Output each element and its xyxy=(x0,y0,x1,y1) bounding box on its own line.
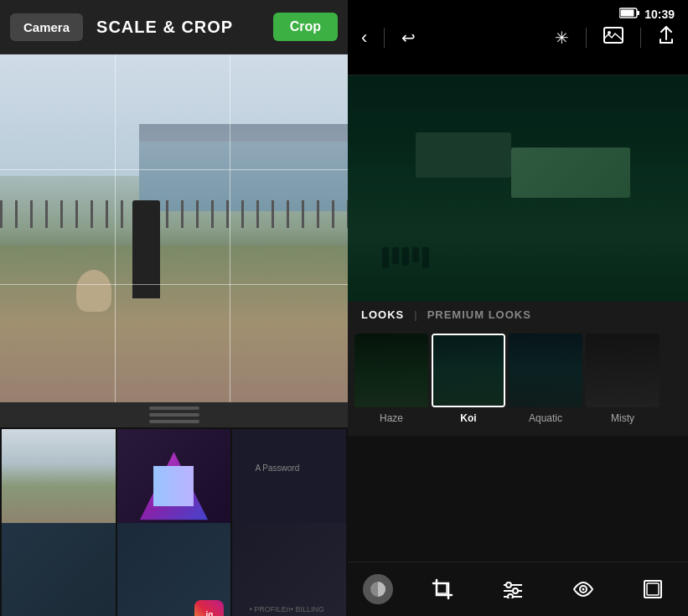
looks-bar: LOOKS | PREMIUM LOOKS xyxy=(348,302,688,327)
main-photo-bg xyxy=(348,75,688,302)
thumbnails-grid: ig xyxy=(0,427,348,616)
crop-image-bg xyxy=(0,54,348,402)
right-panel: ‹ ↩ ✳ 1 xyxy=(348,0,688,616)
filters-row: Haze Koi Aquatic Misty xyxy=(348,327,688,436)
image-icon[interactable] xyxy=(603,27,623,49)
camera-button[interactable]: Camera xyxy=(10,13,83,41)
thumb-scene-6 xyxy=(232,523,346,617)
looks-divider: | xyxy=(414,308,416,321)
frame-icon[interactable] xyxy=(633,569,673,609)
list-item[interactable]: ig xyxy=(117,523,231,617)
left-panel: Camera SCALE & CROP Crop xyxy=(0,0,348,616)
main-photo-area[interactable] xyxy=(348,75,688,302)
instagram-logo: ig xyxy=(194,600,224,616)
teal-overlay xyxy=(348,75,688,302)
tab-looks[interactable]: LOOKS xyxy=(361,308,404,321)
undo-icon[interactable]: ↩ xyxy=(401,28,416,48)
svg-point-14 xyxy=(582,588,584,591)
filter-label-haze: Haze xyxy=(380,412,403,424)
svg-rect-16 xyxy=(647,583,659,595)
tab-premium-looks[interactable]: PREMIUM LOOKS xyxy=(427,308,531,321)
photo-ground xyxy=(0,246,348,402)
filter-label-misty: Misty xyxy=(611,412,634,424)
share-icon[interactable] xyxy=(658,26,675,49)
status-bar: 10:39 xyxy=(619,7,675,22)
filter-label-aquatic: Aquatic xyxy=(529,412,562,424)
crop-button[interactable]: Crop xyxy=(273,13,338,41)
svg-point-11 xyxy=(513,588,518,593)
header-divider-2 xyxy=(586,28,587,48)
thumb-scene-5: ig xyxy=(117,523,231,617)
filter-thumb-misty xyxy=(586,334,660,407)
back-icon[interactable]: ‹ xyxy=(361,27,367,49)
svg-point-10 xyxy=(506,582,511,588)
svg-rect-6 xyxy=(437,583,447,593)
filter-item-koi[interactable]: Koi xyxy=(432,334,505,429)
list-item[interactable] xyxy=(232,523,346,617)
time-display: 10:39 xyxy=(644,8,675,21)
drag-handle[interactable] xyxy=(0,402,348,427)
drag-handle-lines xyxy=(149,413,199,417)
crop-image-area[interactable] xyxy=(0,54,348,402)
page-title: SCALE & CROP xyxy=(96,18,260,37)
right-header: ‹ ↩ ✳ 1 xyxy=(348,0,688,75)
svg-rect-3 xyxy=(621,10,634,17)
filter-thumb-haze xyxy=(354,334,428,407)
filter-thumb-aquatic xyxy=(509,334,582,407)
crop-tool-icon[interactable] xyxy=(422,569,463,609)
photo-person xyxy=(132,200,160,298)
svg-rect-4 xyxy=(637,11,639,15)
svg-point-12 xyxy=(508,594,513,598)
thumb-scene-4 xyxy=(2,523,116,617)
filter-label-koi: Koi xyxy=(460,412,476,424)
header-divider-3 xyxy=(640,28,641,48)
bottom-toolbar xyxy=(348,562,688,616)
panel-spacer xyxy=(348,436,688,562)
battery-icon xyxy=(619,7,639,22)
filter-item-aquatic[interactable]: Aquatic xyxy=(509,334,582,429)
eye-icon[interactable] xyxy=(563,569,603,609)
filter-item-misty[interactable]: Misty xyxy=(586,334,660,429)
photo-dog xyxy=(76,270,111,312)
sparkle-icon[interactable]: ✳ xyxy=(555,28,569,48)
list-item[interactable] xyxy=(2,523,116,617)
adjust-icon[interactable] xyxy=(493,569,533,609)
tone-icon[interactable] xyxy=(363,574,393,604)
header-divider-1 xyxy=(384,28,385,48)
photo-fence xyxy=(0,200,348,228)
filter-thumb-koi xyxy=(432,334,505,407)
left-header: Camera SCALE & CROP Crop xyxy=(0,0,348,54)
filter-item-haze[interactable]: Haze xyxy=(354,334,428,429)
svg-point-1 xyxy=(608,31,611,34)
